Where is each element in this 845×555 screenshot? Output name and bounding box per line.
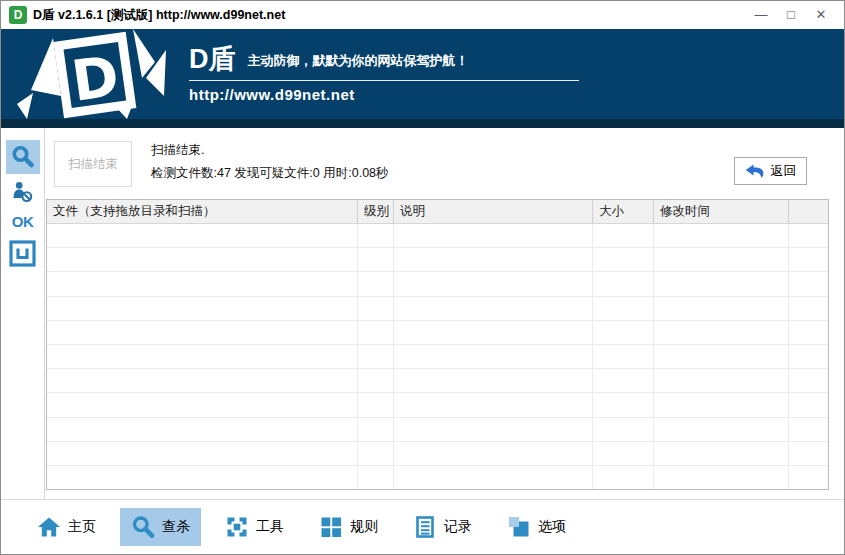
table-cell	[654, 248, 789, 271]
title-bar: D D盾 v2.1.6.1 [测试版] http://www.d99net.ne…	[1, 1, 844, 29]
maximize-icon[interactable]: □	[776, 1, 806, 29]
toolbar-item-options[interactable]: 选项	[496, 508, 577, 546]
table-cell	[789, 345, 828, 368]
scan-status-line2: 检测文件数:47 发现可疑文件:0 用时:0.08秒	[151, 162, 389, 185]
app-window: D D盾 v2.1.6.1 [测试版] http://www.d99net.ne…	[0, 0, 845, 555]
column-header-file[interactable]: 文件（支持拖放目录和扫描）	[47, 200, 358, 223]
toolbar-item-tools[interactable]: 工具	[214, 508, 295, 546]
table-cell	[394, 442, 593, 465]
close-icon[interactable]: ✕	[806, 1, 836, 29]
table-cell	[358, 272, 394, 295]
table-cell	[358, 321, 394, 344]
table-cell	[593, 345, 654, 368]
window-box-icon	[9, 240, 36, 267]
table-cell	[593, 418, 654, 441]
table-cell	[394, 224, 593, 247]
toolbar-item-label: 主页	[68, 518, 96, 536]
toolbar-item-label: 选项	[538, 518, 566, 536]
table-cell	[593, 272, 654, 295]
app-icon: D	[9, 6, 27, 24]
table-cell	[47, 345, 358, 368]
table-cell	[654, 369, 789, 392]
table-row[interactable]	[47, 442, 828, 466]
table-cell	[358, 466, 394, 489]
table-cell	[394, 393, 593, 416]
table-cell	[654, 393, 789, 416]
toolbar-item-scan[interactable]: 查杀	[120, 508, 201, 546]
table-cell	[47, 272, 358, 295]
table-row[interactable]	[47, 345, 828, 369]
table-cell	[789, 297, 828, 320]
table-cell	[394, 418, 593, 441]
table-cell	[593, 248, 654, 271]
table-cell	[47, 369, 358, 392]
sidebar-item-user-block[interactable]	[6, 179, 40, 205]
table-cell	[789, 442, 828, 465]
home-icon	[37, 515, 61, 539]
table-row[interactable]	[47, 393, 828, 417]
scan-status: 扫描结束. 检测文件数:47 发现可疑文件:0 用时:0.08秒	[151, 139, 389, 185]
table-cell	[394, 297, 593, 320]
scan-finished-button[interactable]: 扫描结束	[54, 141, 132, 187]
table-cell	[789, 321, 828, 344]
table-cell	[654, 418, 789, 441]
table-cell	[654, 297, 789, 320]
column-header-level[interactable]: 级别	[358, 200, 394, 223]
toolbar-item-home[interactable]: 主页	[26, 508, 107, 546]
table-cell	[394, 369, 593, 392]
table-row[interactable]	[47, 297, 828, 321]
column-header-size[interactable]: 大小	[593, 200, 654, 223]
scan-status-line1: 扫描结束.	[151, 139, 389, 162]
table-cell	[47, 297, 358, 320]
table-cell	[593, 224, 654, 247]
table-row[interactable]	[47, 272, 828, 296]
table-row[interactable]	[47, 418, 828, 442]
table-cell	[789, 418, 828, 441]
banner-bottom-strip	[1, 119, 844, 128]
column-header-modified[interactable]: 修改时间	[654, 200, 789, 223]
table-cell	[394, 345, 593, 368]
table-cell	[47, 418, 358, 441]
table-cell	[654, 442, 789, 465]
table-cell	[593, 393, 654, 416]
window-controls: — □ ✕	[746, 1, 836, 29]
table-cell	[394, 321, 593, 344]
table-row[interactable]	[47, 466, 828, 489]
table-cell	[654, 466, 789, 489]
table-row[interactable]	[47, 369, 828, 393]
table-cell	[47, 442, 358, 465]
file-table[interactable]: 文件（支持拖放目录和扫描） 级别 说明 大小 修改时间	[46, 199, 829, 490]
table-cell	[394, 272, 593, 295]
column-header-description[interactable]: 说明	[394, 200, 593, 223]
column-header-blank	[789, 200, 828, 223]
brand-slogan: 主动防御，默默为你的网站保驾护航！	[248, 52, 469, 73]
table-cell	[358, 442, 394, 465]
minimize-icon[interactable]: —	[746, 1, 776, 29]
table-row[interactable]	[47, 321, 828, 345]
table-cell	[789, 466, 828, 489]
sidebar-item-ok[interactable]: OK	[1, 213, 44, 230]
table-body[interactable]	[47, 224, 828, 489]
left-sidebar: OK	[1, 128, 45, 499]
table-cell	[593, 466, 654, 489]
search-icon	[131, 515, 155, 539]
main-area: OK 扫描结束 扫描结束. 检测文件数:47 发现可疑文件:0 用时:0.08秒…	[1, 128, 844, 499]
table-header: 文件（支持拖放目录和扫描） 级别 说明 大小 修改时间	[47, 200, 828, 224]
table-cell	[47, 393, 358, 416]
toolbar-item-label: 工具	[256, 518, 284, 536]
user-block-icon	[12, 181, 33, 203]
table-row[interactable]	[47, 248, 828, 272]
rules-icon	[319, 515, 343, 539]
toolbar-item-log[interactable]: 记录	[402, 508, 483, 546]
table-cell	[358, 393, 394, 416]
table-cell	[358, 345, 394, 368]
back-button-label: 返回	[771, 162, 797, 180]
window-title: D盾 v2.1.6.1 [测试版] http://www.d99net.net	[33, 7, 285, 24]
table-cell	[789, 272, 828, 295]
table-row[interactable]	[47, 224, 828, 248]
sidebar-item-scan[interactable]	[6, 140, 40, 174]
table-cell	[394, 248, 593, 271]
back-button[interactable]: 返回	[734, 157, 807, 185]
sidebar-item-window-box[interactable]	[6, 236, 40, 270]
toolbar-item-rules[interactable]: 规则	[308, 508, 389, 546]
